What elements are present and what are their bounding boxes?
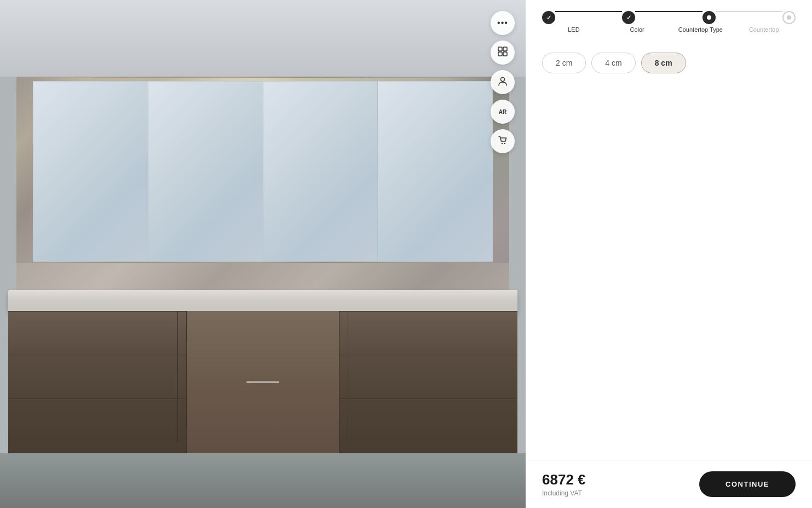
label-countertop-type: Countertop Type <box>669 26 733 33</box>
mirror-panel-1 <box>33 82 148 261</box>
ar-button[interactable]: AR <box>491 100 515 124</box>
mirror-cabinet <box>33 81 493 262</box>
toolbar: ••• AR <box>491 11 515 153</box>
check-icon-led: ✓ <box>546 14 551 21</box>
label-color: Color <box>606 26 669 33</box>
step-countertop-type[interactable] <box>702 11 716 24</box>
svg-point-6 <box>504 142 505 143</box>
stepper: ✓ ✓ <box>526 0 812 24</box>
svg-rect-2 <box>498 52 502 56</box>
floor <box>0 453 526 508</box>
step-labels: LED Color Countertop Type Countertop <box>526 24 812 42</box>
step-dot-color: ✓ <box>622 11 635 24</box>
shelf-cell <box>8 311 177 355</box>
ar-icon: AR <box>499 109 506 115</box>
more-icon: ••• <box>497 18 508 28</box>
svg-rect-0 <box>498 47 502 51</box>
countertop-surface <box>8 290 517 312</box>
mirror-panel-2 <box>148 82 263 261</box>
price-vat: Including VAT <box>542 489 586 497</box>
step-dot-countertop <box>782 11 796 24</box>
cart-button[interactable] <box>491 129 515 153</box>
thickness-2cm[interactable]: 2 cm <box>542 53 586 73</box>
center-drawer <box>186 311 339 453</box>
more-button[interactable]: ••• <box>491 11 515 35</box>
thickness-4cm[interactable]: 4 cm <box>591 53 635 73</box>
preview-panel: ••• AR <box>0 0 526 508</box>
connector-led-color <box>555 11 622 12</box>
person-icon <box>497 76 508 89</box>
mirror-panel-4 <box>378 82 492 261</box>
connector-color-type <box>635 11 702 12</box>
config-content: 2 cm 4 cm 8 cm <box>526 42 812 460</box>
svg-rect-1 <box>503 47 507 51</box>
step-led[interactable]: ✓ <box>542 11 555 24</box>
connector-type-countertop <box>716 11 782 12</box>
bathroom-scene <box>0 0 526 508</box>
price-value: 6872 € <box>542 471 586 488</box>
step-countertop[interactable] <box>782 11 796 24</box>
svg-rect-3 <box>503 52 507 56</box>
thickness-8cm[interactable]: 8 cm <box>641 53 686 73</box>
label-led: LED <box>542 26 606 33</box>
check-icon-color: ✓ <box>626 14 631 21</box>
step-dot-countertop-type <box>702 11 716 24</box>
config-panel: ✓ ✓ LED Color Countertop Type Coun <box>526 0 812 508</box>
step-color[interactable]: ✓ <box>622 11 635 24</box>
thickness-options: 2 cm 4 cm 8 cm <box>542 53 796 73</box>
grid-button[interactable] <box>491 41 515 65</box>
grid-icon <box>497 46 508 60</box>
svg-point-4 <box>501 77 505 81</box>
config-footer: 6872 € Including VAT CONTINUE <box>526 460 812 508</box>
cart-icon <box>497 135 508 148</box>
price-block: 6872 € Including VAT <box>542 471 586 497</box>
step-dot-led: ✓ <box>542 11 555 24</box>
label-countertop: Countertop <box>732 26 796 33</box>
svg-point-5 <box>502 142 503 143</box>
ceiling <box>0 0 526 77</box>
mirror-panel-3 <box>263 82 378 261</box>
person-button[interactable] <box>491 70 515 94</box>
drawer-handle <box>246 382 279 383</box>
shelf-cell <box>348 311 517 355</box>
continue-button[interactable]: CONTINUE <box>699 471 796 497</box>
